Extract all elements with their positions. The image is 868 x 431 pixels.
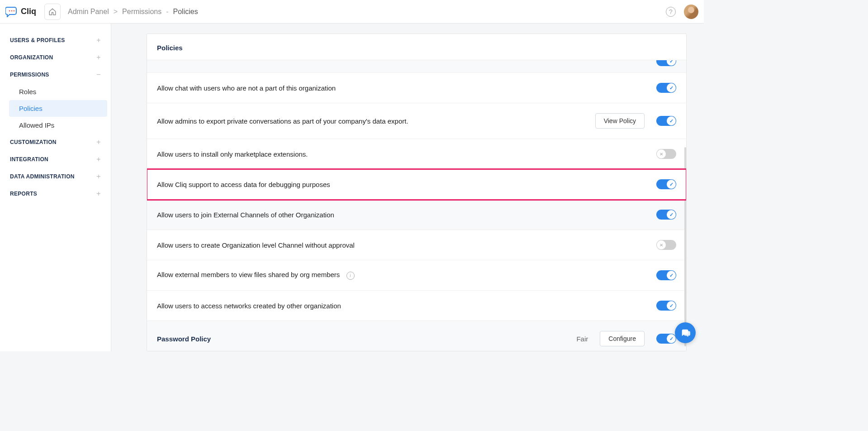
expand-icon: +: [96, 53, 101, 62]
nav-group-label: INTEGRATION: [10, 156, 48, 163]
policy-row: Allow users to install only marketplace …: [147, 139, 686, 169]
svg-point-1: [11, 10, 13, 11]
breadcrumb-mid[interactable]: Permissions: [122, 8, 161, 16]
policy-row: Allow chat with users who are not a part…: [147, 73, 686, 103]
policy-label: Allow users to join External Channels of…: [157, 211, 656, 219]
policy-label: Allow admins to export private conversat…: [157, 117, 595, 125]
policy-label: Allow external members to view files sha…: [157, 271, 656, 280]
expand-icon: +: [96, 36, 101, 44]
home-button[interactable]: [44, 4, 61, 20]
breadcrumb-last: Policies: [173, 8, 198, 16]
breadcrumb-sep: >: [114, 8, 118, 16]
policy-toggle[interactable]: [656, 301, 676, 311]
policy-row: Allow external members to view files sha…: [147, 260, 686, 291]
policy-toggle[interactable]: [656, 60, 676, 66]
policy-label: Allow users to install only marketplace …: [157, 150, 656, 158]
policies-card: Policies Allow chat with users who are n…: [147, 34, 687, 351]
main-content: Policies Allow chat with users who are n…: [111, 24, 704, 351]
policy-row-highlighted: Allow Cliq support to access data for de…: [147, 169, 686, 200]
nav-group-label: PERMISSIONS: [10, 72, 49, 78]
policy-label: Allow users to access networks created b…: [157, 302, 656, 310]
expand-icon: +: [96, 138, 101, 146]
nav-group-customization[interactable]: CUSTOMIZATION +: [0, 134, 111, 151]
policy-row: Allow users to access networks created b…: [147, 291, 686, 321]
policy-row: Allow users to join External Channels of…: [147, 200, 686, 230]
policy-label-text: Allow external members to view files sha…: [157, 271, 340, 278]
nav-group-label: REPORTS: [10, 191, 37, 197]
policy-row: Allow users to create Organization level…: [147, 230, 686, 260]
policy-toggle[interactable]: [656, 270, 676, 280]
app-logo[interactable]: Cliq: [5, 6, 36, 17]
nav-group-users-profiles[interactable]: USERS & PROFILES +: [0, 32, 111, 49]
sidebar-item-roles[interactable]: Roles: [9, 83, 107, 100]
policy-toggle[interactable]: [656, 179, 676, 189]
expand-icon: +: [96, 155, 101, 163]
policy-row: Allow admins to export private conversat…: [147, 103, 686, 139]
status-text: Fair: [576, 335, 588, 343]
policy-label: Password Policy: [157, 335, 576, 343]
topbar: Cliq Admin Panel > Permissions - Policie…: [0, 0, 704, 24]
expand-icon: +: [96, 172, 101, 181]
sidebar-item-policies[interactable]: Policies: [9, 100, 107, 117]
breadcrumb-root[interactable]: Admin Panel: [68, 8, 109, 16]
configure-button[interactable]: Configure: [600, 331, 645, 346]
home-icon: [48, 8, 57, 16]
nav-group-organization[interactable]: ORGANIZATION +: [0, 49, 111, 66]
sidebar: USERS & PROFILES + ORGANIZATION + PERMIS…: [0, 24, 111, 351]
policy-toggle[interactable]: [656, 334, 676, 344]
chat-fab[interactable]: [675, 322, 696, 343]
nav-group-label: CUSTOMIZATION: [10, 139, 57, 145]
nav-group-label: USERS & PROFILES: [10, 37, 65, 43]
card-title: Policies: [147, 34, 686, 60]
nav-group-permissions[interactable]: PERMISSIONS −: [0, 66, 111, 83]
policy-toggle[interactable]: [656, 210, 676, 220]
policy-row-truncated: [147, 60, 686, 73]
policy-label: Allow users to create Organization level…: [157, 241, 656, 249]
nav-group-label: DATA ADMINISTRATION: [10, 173, 75, 180]
svg-point-2: [14, 10, 15, 11]
policy-toggle[interactable]: [656, 149, 676, 159]
breadcrumb: Admin Panel > Permissions - Policies: [68, 8, 198, 16]
policy-list[interactable]: Allow chat with users who are not a part…: [147, 60, 686, 351]
policy-label: Allow Cliq support to access data for de…: [157, 181, 656, 188]
nav-group-integration[interactable]: INTEGRATION +: [0, 151, 111, 168]
collapse-icon: −: [96, 71, 101, 79]
app-name: Cliq: [21, 7, 36, 16]
policy-toggle[interactable]: [656, 116, 676, 126]
info-icon[interactable]: i: [346, 272, 355, 280]
view-policy-button[interactable]: View Policy: [595, 113, 645, 129]
nav-group-reports[interactable]: REPORTS +: [0, 185, 111, 202]
expand-icon: +: [96, 190, 101, 198]
breadcrumb-sep: -: [166, 8, 168, 16]
policy-toggle[interactable]: [656, 83, 676, 93]
help-icon[interactable]: ?: [666, 7, 676, 17]
policy-label: Allow chat with users who are not a part…: [157, 84, 656, 92]
policy-row-password: Password Policy Fair Configure: [147, 321, 686, 351]
avatar[interactable]: [684, 5, 698, 19]
cliq-logo-icon: [5, 6, 18, 17]
sidebar-item-allowed-ips[interactable]: Allowed IPs: [9, 117, 107, 134]
nav-group-data-administration[interactable]: DATA ADMINISTRATION +: [0, 168, 111, 185]
chat-icon: [680, 328, 690, 338]
nav-group-label: ORGANIZATION: [10, 54, 53, 61]
policy-toggle[interactable]: [656, 240, 676, 250]
svg-point-0: [9, 10, 10, 11]
